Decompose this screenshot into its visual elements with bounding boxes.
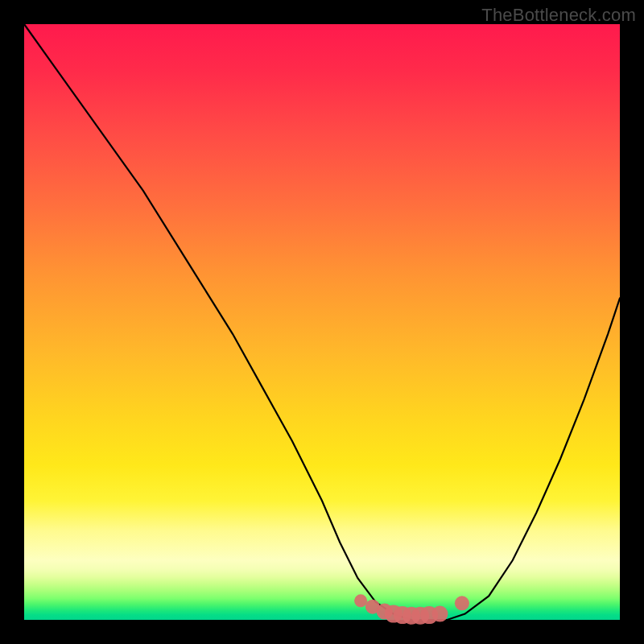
gradient-plot-area [24, 24, 620, 620]
optimal-marker [432, 606, 448, 622]
curve-layer [24, 24, 620, 620]
watermark-text: TheBottleneck.com [481, 5, 636, 26]
optimal-range-markers [354, 594, 469, 625]
optimal-marker [455, 596, 469, 610]
bottleneck-curve [24, 24, 620, 620]
optimal-marker [354, 594, 367, 607]
chart-frame: TheBottleneck.com [0, 0, 644, 644]
